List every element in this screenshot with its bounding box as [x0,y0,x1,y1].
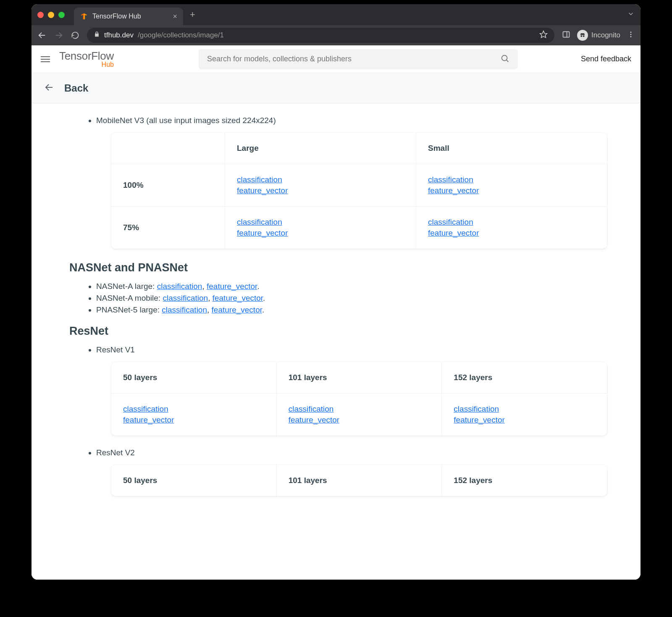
back-icon[interactable] [37,31,47,40]
table-header: Large [225,133,416,164]
panel-icon[interactable] [562,30,570,40]
main-content: MobileNet V3 (all use input images sized… [32,103,640,509]
table-cell: classification feature_vector [225,207,416,249]
site-logo[interactable]: TensorFlow Hub [59,50,114,68]
minimize-window-button[interactable] [48,12,54,18]
table-header: 101 layers [276,465,442,496]
incognito-indicator[interactable]: Incognito [577,30,620,41]
section-heading-nasnet: NASNet and PNASNet [69,261,607,274]
svg-rect-3 [563,32,570,37]
section-heading-resnet: ResNet [69,325,607,338]
search-icon[interactable] [500,54,509,65]
feature-vector-link[interactable]: feature_vector [454,415,595,425]
toolbar-right: Incognito [562,30,635,41]
classification-link[interactable]: classification [162,305,207,314]
resnet-v2-table: 50 layers 101 layers 152 layers [111,465,607,496]
table-row-header: 100% [111,164,225,206]
tabs-menu-icon[interactable] [627,10,635,19]
incognito-label: Incognito [591,31,620,39]
feature-vector-link[interactable]: feature_vector [123,415,265,425]
table-header: 152 layers [441,362,607,393]
list-item: NASNet-A large: classification, feature_… [96,282,607,291]
svg-point-10 [502,55,507,60]
classification-link[interactable]: classification [454,404,595,414]
kebab-menu-icon[interactable] [627,31,635,40]
address-bar[interactable]: tfhub.dev/google/collections/image/1 [87,28,554,43]
feature-vector-link[interactable]: feature_vector [428,228,595,238]
feature-vector-link[interactable]: feature_vector [212,305,262,314]
url-domain: tfhub.dev [104,31,134,39]
browser-toolbar: tfhub.dev/google/collections/image/1 Inc… [32,25,640,45]
feature-vector-link[interactable]: feature_vector [237,186,404,195]
table-cell: classification feature_vector [225,164,416,206]
classification-link[interactable]: classification [123,404,265,414]
mobilenet-table: Large Small 100% classification feature_… [111,133,607,249]
table-header: 50 layers [111,362,276,393]
feature-vector-link[interactable]: feature_vector [207,282,257,291]
list-item: ResNet V2 50 layers 101 layers 152 layer… [96,448,607,496]
back-arrow-icon[interactable] [44,82,54,94]
feature-vector-link[interactable]: feature_vector [237,228,404,238]
star-icon[interactable] [539,30,548,41]
svg-point-5 [580,35,582,37]
classification-link[interactable]: classification [237,218,404,227]
svg-point-8 [630,34,632,35]
back-label: Back [64,82,88,94]
tab-title: TensorFlow Hub [92,13,141,20]
svg-line-11 [507,60,508,62]
classification-link[interactable]: classification [289,404,430,414]
feature-vector-link[interactable]: feature_vector [428,186,595,195]
incognito-icon [577,30,588,41]
send-feedback-link[interactable]: Send feedback [581,55,631,63]
classification-link[interactable]: classification [237,175,404,184]
svg-point-9 [630,36,632,37]
tab-strip: TensorFlow Hub × + [32,4,640,25]
browser-tab[interactable]: TensorFlow Hub × [74,8,183,25]
search-input[interactable] [207,55,500,63]
classification-link[interactable]: classification [157,282,202,291]
back-bar: Back [32,73,640,103]
tensorflow-icon [80,12,88,21]
resnet-v1-table: 50 layers 101 layers 152 layers classifi… [111,362,607,436]
list-item: ResNet V1 50 layers 101 layers 152 layer… [96,345,607,436]
classification-link[interactable]: classification [428,218,595,227]
forward-icon[interactable] [54,31,63,40]
browser-window: TensorFlow Hub × + tfhub.dev/goog [32,4,640,580]
close-tab-icon[interactable]: × [173,12,177,21]
logo-subtext: Hub [102,61,114,68]
window-controls [37,12,65,18]
page: TensorFlow Hub Send feedback Back Mobile… [32,45,640,580]
new-tab-button[interactable]: + [190,9,195,20]
browser-chrome: TensorFlow Hub × + tfhub.dev/goog [32,4,640,45]
feature-vector-link[interactable]: feature_vector [213,294,263,302]
svg-point-7 [630,32,632,33]
logo-text: TensorFlow [59,50,114,61]
classification-link[interactable]: classification [428,175,595,184]
list-item: NASNet-A mobile: classification, feature… [96,294,607,303]
table-header: 101 layers [276,362,442,393]
table-header: 152 layers [441,465,607,496]
table-cell: classification feature_vector [111,394,276,436]
table-cell: classification feature_vector [416,207,607,249]
table-row-header: 75% [111,207,225,249]
feature-vector-link[interactable]: feature_vector [289,415,430,425]
url-path: /google/collections/image/1 [138,31,224,39]
hamburger-menu-button[interactable] [41,56,50,62]
maximize-window-button[interactable] [58,12,65,18]
table-cell: classification feature_vector [441,394,607,436]
svg-marker-2 [540,31,547,37]
classification-link[interactable]: classification [163,294,208,302]
table-cell: classification feature_vector [276,394,442,436]
site-header: TensorFlow Hub Send feedback [32,45,640,73]
table-header-empty [111,133,225,164]
reload-icon[interactable] [71,31,79,39]
list-item: PNASNet-5 large: classification, feature… [96,305,607,315]
list-item: MobileNet V3 (all use input images sized… [96,116,607,249]
close-window-button[interactable] [37,12,44,18]
search-bar[interactable] [199,49,518,69]
table-header: 50 layers [111,465,276,496]
svg-point-6 [583,35,585,37]
table-cell: classification feature_vector [416,164,607,206]
table-header: Small [416,133,607,164]
lock-icon [94,31,100,39]
